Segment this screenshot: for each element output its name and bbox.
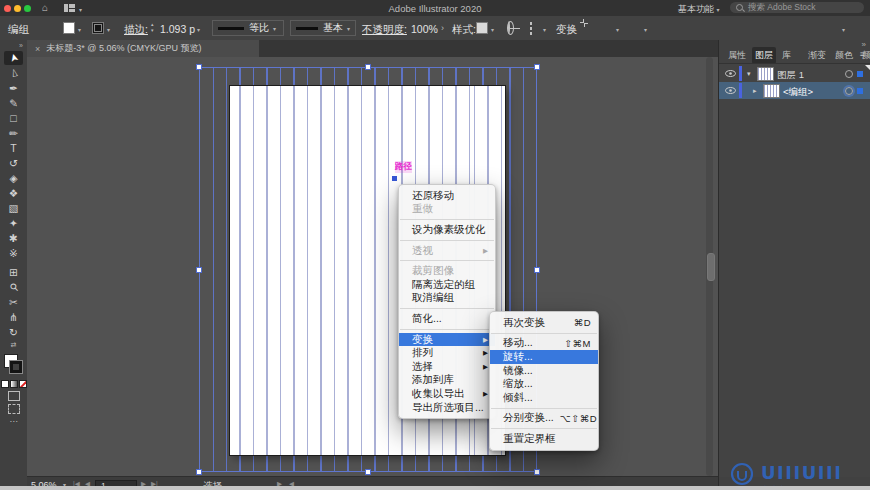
target-circle-icon[interactable] bbox=[845, 87, 853, 95]
context-menu-item-17[interactable]: 收集以导出▶ bbox=[399, 387, 495, 401]
pen-tool[interactable]: ✒ bbox=[4, 81, 23, 95]
chevron-down-icon[interactable]: ▾ bbox=[543, 26, 546, 33]
chevron-down-icon[interactable]: ▾ bbox=[491, 26, 494, 33]
stroke-stepper[interactable]: ▴▾ bbox=[151, 21, 154, 33]
context-menu-item-9[interactable]: 取消编组 bbox=[399, 292, 495, 306]
none-button[interactable] bbox=[19, 380, 27, 388]
color-button[interactable] bbox=[1, 380, 9, 388]
width-tool[interactable]: ⋔ bbox=[4, 310, 23, 324]
selection-handle[interactable] bbox=[365, 469, 371, 475]
transform-submenu-item-10[interactable]: 重置定界框 bbox=[490, 432, 598, 446]
selection-indicator[interactable] bbox=[857, 88, 863, 94]
chevron-down-icon[interactable]: ▾ bbox=[842, 26, 845, 33]
stroke-width-value[interactable]: 1.093 p bbox=[160, 23, 195, 35]
context-menu-item-0[interactable]: 还原移动 bbox=[399, 189, 495, 203]
chevron-down-icon[interactable]: ▾ bbox=[747, 70, 751, 78]
panel-tab-3[interactable]: 渐变 bbox=[805, 47, 829, 64]
rotate-tool[interactable]: ↺ bbox=[4, 156, 23, 170]
type-tool[interactable]: T bbox=[4, 141, 23, 155]
chevron-right-icon[interactable]: › bbox=[441, 23, 444, 33]
layer-thumbnail[interactable] bbox=[757, 67, 774, 81]
opacity-value[interactable]: 100% bbox=[411, 23, 438, 35]
context-menu-item-16[interactable]: 添加到库 bbox=[399, 374, 495, 388]
context-menu-item-14[interactable]: 排列▶ bbox=[399, 346, 495, 360]
stroke-profile-dropdown[interactable]: 等比 ▾ bbox=[212, 20, 284, 36]
transform-submenu-item-4[interactable]: 镜像... bbox=[490, 364, 598, 378]
gradient-tool[interactable]: ▧ bbox=[4, 201, 23, 215]
selection-handle[interactable] bbox=[196, 469, 202, 475]
chevron-right-icon[interactable]: ▸ bbox=[753, 87, 757, 95]
vertical-scrollbar[interactable] bbox=[706, 57, 713, 476]
selection-handle[interactable] bbox=[196, 64, 202, 70]
transform-submenu-item-8[interactable]: 分别变换...⌥⇧⌘D bbox=[490, 412, 598, 426]
shape-builder-tool[interactable]: ❖ bbox=[4, 186, 23, 200]
transform-submenu-item-5[interactable]: 缩放... bbox=[490, 377, 598, 391]
brush-dropdown[interactable]: 基本 ▾ bbox=[290, 20, 356, 36]
chevron-down-icon[interactable]: ▾ bbox=[197, 26, 200, 33]
symbol-sprayer-tool[interactable]: ※ bbox=[4, 246, 23, 260]
chevron-down-icon[interactable]: ▾ bbox=[644, 26, 647, 33]
opacity-label[interactable]: 不透明度: bbox=[362, 23, 407, 37]
transform-submenu-item-2[interactable]: 移动...⇧⌘M bbox=[490, 337, 598, 351]
fill-color-swatch[interactable] bbox=[63, 22, 75, 34]
panel-tab-1[interactable]: 图层 bbox=[752, 47, 776, 64]
context-menu-item-3[interactable]: 设为像素级优化 bbox=[399, 223, 495, 237]
rectangle-tool[interactable]: □ bbox=[4, 111, 23, 125]
layer-name[interactable]: <编组> bbox=[783, 86, 813, 99]
target-circle-icon[interactable] bbox=[845, 70, 853, 78]
expand-tools-icon[interactable]: » bbox=[0, 40, 27, 50]
chevron-down-icon[interactable]: ▾ bbox=[616, 26, 619, 33]
stroke-label[interactable]: 描边: bbox=[124, 23, 148, 37]
zoom-tool[interactable]: ⚲ bbox=[4, 280, 23, 294]
transform-submenu-item-0[interactable]: 再次变换⌘D bbox=[490, 316, 598, 330]
visibility-eye-icon[interactable] bbox=[725, 87, 736, 94]
panel-tab-2[interactable]: 库 bbox=[779, 47, 794, 64]
rotate-view-tool[interactable]: ↻ bbox=[4, 325, 23, 339]
close-tab-icon[interactable]: × bbox=[35, 44, 40, 54]
layer-name[interactable]: 图层 1 bbox=[777, 69, 804, 82]
document-setup-globe-icon[interactable] bbox=[508, 22, 510, 33]
paintbrush-tool[interactable]: ✏ bbox=[4, 126, 23, 140]
scrollbar-thumb[interactable] bbox=[707, 253, 715, 281]
swap-fill-stroke-icon[interactable]: ⇄ bbox=[0, 341, 27, 349]
panel-tab-4[interactable]: 颜色 bbox=[832, 47, 856, 64]
layer-row[interactable]: ▾ 图层 1 bbox=[719, 65, 870, 82]
blend-tool[interactable]: ✱ bbox=[4, 231, 23, 245]
selection-handle[interactable] bbox=[196, 267, 202, 273]
visibility-eye-icon[interactable] bbox=[725, 70, 736, 77]
draw-mode-icon[interactable] bbox=[8, 391, 20, 401]
layer-row[interactable]: ▸ <编组> bbox=[719, 82, 870, 99]
eyedropper-tool[interactable]: ✦ bbox=[4, 216, 23, 230]
anchor-point[interactable] bbox=[392, 176, 397, 181]
panel-tab-0[interactable]: 属性 bbox=[725, 47, 749, 64]
panel-menu-icon[interactable]: ≡ bbox=[860, 49, 865, 59]
chevron-down-icon[interactable]: ▾ bbox=[78, 26, 81, 33]
canvas[interactable]: 路径 bbox=[27, 57, 718, 476]
edit-toolbar-icon[interactable]: ⋯ bbox=[0, 417, 27, 426]
selection-handle[interactable] bbox=[365, 64, 371, 70]
document-tab[interactable]: × 未标题-3* @ 5.06% (CMYK/GPU 预览) bbox=[27, 40, 259, 57]
curvature-tool[interactable]: ✎ bbox=[4, 96, 23, 110]
stock-search-input[interactable]: 搜索 Adobe Stock bbox=[730, 2, 864, 13]
context-menu-item-15[interactable]: 选择▶ bbox=[399, 360, 495, 374]
context-menu-item-13[interactable]: 变换▶ bbox=[399, 333, 495, 347]
transform-submenu-item-6[interactable]: 倾斜... bbox=[490, 391, 598, 405]
workspace-switcher[interactable]: 基本功能 ▾ bbox=[678, 3, 720, 16]
selection-handle[interactable] bbox=[534, 469, 540, 475]
chevron-down-icon[interactable]: ▾ bbox=[107, 26, 110, 33]
context-menu-item-11[interactable]: 简化... bbox=[399, 312, 495, 326]
selection-indicator[interactable] bbox=[857, 71, 863, 77]
transform-submenu-item-3[interactable]: 旋转... bbox=[490, 350, 598, 364]
selection-tool[interactable]: ➤ bbox=[4, 51, 23, 65]
selection-handle[interactable] bbox=[534, 64, 540, 70]
stroke-color-swatch[interactable] bbox=[92, 22, 104, 34]
layer-thumbnail[interactable] bbox=[763, 84, 780, 98]
scale-tool[interactable]: ◈ bbox=[4, 171, 23, 185]
transform-link[interactable]: 变换 bbox=[556, 23, 577, 37]
stroke-swatch[interactable] bbox=[10, 361, 22, 373]
slice-tool[interactable]: ✂ bbox=[4, 295, 23, 309]
artboard-tool[interactable]: ⊞ bbox=[4, 265, 23, 279]
screen-mode-icon[interactable] bbox=[8, 404, 20, 414]
direct-selection-tool[interactable]: ▻ bbox=[4, 66, 23, 80]
style-swatch[interactable] bbox=[476, 22, 488, 34]
